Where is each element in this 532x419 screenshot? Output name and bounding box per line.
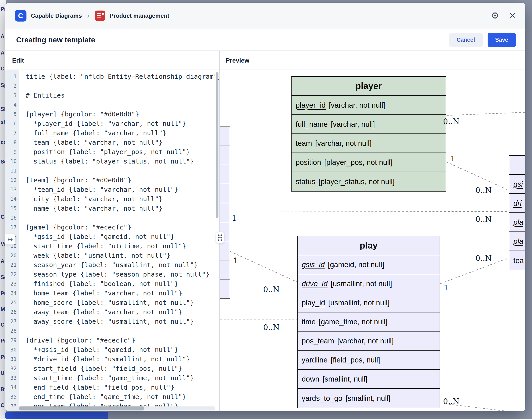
- sidebar-label-fragment: Vi: [1, 241, 5, 247]
- code-line[interactable]: 16: [5, 213, 219, 223]
- code-text: finished {label: "boolean, not null"}: [19, 279, 178, 288]
- collapse-panel-tab[interactable]: ↦: [5, 234, 15, 245]
- settings-gear-icon[interactable]: ⚙: [491, 11, 499, 20]
- code-line[interactable]: 8 team {label: "varchar, not null"}: [5, 138, 219, 147]
- entity-title: [509, 156, 525, 175]
- column-name: full_name: [296, 120, 328, 129]
- code-text: *player_id {label: "varchar, not null"}: [19, 119, 186, 128]
- code-line[interactable]: 23 finished {label: "boolean, not null"}: [5, 279, 219, 288]
- code-line[interactable]: 21 season_year {label: "usmallint, not n…: [5, 260, 219, 270]
- code-line[interactable]: 33 start_time {label: "game_time, not nu…: [5, 373, 219, 383]
- entity-row: position [player_pos, not null]: [292, 153, 446, 172]
- entity-row: drive_id [usmallint, not null]: [298, 274, 440, 293]
- entity-row: pla: [509, 232, 525, 251]
- line-number: 21: [5, 260, 19, 270]
- sidebar-label-fragment: Ar: [1, 258, 6, 264]
- cancel-button[interactable]: Cancel: [449, 33, 483, 47]
- code-line[interactable]: 26 away_team {label: "varchar, not null"…: [5, 307, 219, 317]
- edit-pane-title: Edit: [5, 57, 24, 64]
- code-editor[interactable]: 1 title {label: "nfldb Entity-Relationsh…: [5, 70, 219, 411]
- sidebar-label-fragment: Pr: [1, 6, 6, 12]
- line-number: 5: [5, 109, 19, 119]
- code-line[interactable]: 34 end_field {label: "field_pos, null"}: [5, 383, 219, 392]
- code-line[interactable]: 9 position {label: "player_pos, not null…: [5, 147, 219, 157]
- code-text: [player] {bgcolor: "#d0e0d0"}: [19, 109, 139, 119]
- line-number: 2: [5, 81, 19, 91]
- template-editor-modal: C Capable Diagrams › Product management …: [5, 3, 525, 411]
- code-line[interactable]: 25 home_score {label: "usmallint, not nu…: [5, 298, 219, 307]
- column-name: gsis_id: [302, 261, 325, 269]
- code-line[interactable]: 27 away_score {label: "usmallint, not nu…: [5, 317, 219, 326]
- code-line[interactable]: 35 end_time {label: "game_time, not null…: [5, 392, 219, 402]
- column-type: [game_time, not null]: [319, 318, 387, 326]
- editor-horizontal-scrollbar[interactable]: [19, 406, 144, 410]
- code-text: home_team {label: "varchar, not null"}: [19, 288, 182, 298]
- sidebar-label-fragment: Se: [1, 274, 6, 280]
- code-line[interactable]: 1 title {label: "nfldb Entity-Relationsh…: [5, 72, 219, 81]
- code-line[interactable]: 13 *team_id {label: "varchar, not null"}: [5, 185, 219, 194]
- project-icon: [95, 11, 105, 21]
- entity-row: status [player_status, not null]: [292, 172, 446, 191]
- code-line[interactable]: 20 week {label: "usmallint, not null"}: [5, 251, 219, 260]
- entity-row: gsi: [509, 175, 525, 194]
- entity-row: team [varchar, not null]: [292, 134, 446, 153]
- code-text: status {label: "player_status, not null"…: [19, 157, 194, 166]
- cardinality-label: 0..N: [263, 285, 280, 294]
- cardinality-label: 1: [232, 213, 237, 223]
- code-line[interactable]: 28: [5, 326, 219, 336]
- column-name: play_id: [302, 299, 325, 307]
- sidebar-label-fragment: G: [1, 214, 5, 220]
- code-line[interactable]: 10 status {label: "player_status, not nu…: [5, 157, 219, 166]
- column-name: dri: [513, 199, 522, 208]
- code-line[interactable]: 3 # Entities: [5, 91, 219, 100]
- code-text: *team_id {label: "varchar, not null"}: [19, 185, 178, 194]
- code-line[interactable]: 2: [5, 81, 219, 91]
- code-line[interactable]: 14 city {label: "varchar, not null"}: [5, 194, 219, 204]
- sidebar-label-fragment: By: [1, 386, 6, 393]
- code-text: end_time {label: "game_time, not null"}: [19, 392, 186, 402]
- code-line[interactable]: 11: [5, 166, 219, 175]
- column-name: team: [296, 139, 312, 148]
- pane-resize-handle[interactable]: [216, 232, 224, 243]
- code-line[interactable]: 19 start_time {label: "utctime, not null…: [5, 241, 219, 251]
- entity-row: pos_team [varchar, not null]: [298, 331, 440, 351]
- sidebar-label-fragment: Se: [1, 159, 6, 165]
- line-number: 3: [5, 91, 19, 100]
- code-text: start_time {label: "utctime, not null"}: [19, 241, 186, 251]
- code-line[interactable]: 5 [player] {bgcolor: "#d0e0d0"}: [5, 109, 219, 119]
- column-type: [usmallint, not null]: [328, 299, 389, 307]
- line-number: 33: [5, 373, 19, 383]
- line-number: 22: [5, 270, 19, 279]
- code-line[interactable]: 18 *gsis_id {label: "gameid, not null"}: [5, 232, 219, 241]
- code-line[interactable]: 4: [5, 100, 219, 109]
- breadcrumb-project[interactable]: Product management: [110, 12, 169, 19]
- code-line[interactable]: 15 name {label: "varchar, not null"}: [5, 204, 219, 213]
- line-number: 23: [5, 279, 19, 288]
- code-line[interactable]: 24 home_team {label: "varchar, not null"…: [5, 288, 219, 298]
- column-name: status: [296, 177, 315, 186]
- code-line[interactable]: 6 *player_id {label: "varchar, not null"…: [5, 119, 219, 128]
- expand-panel-icon: ↦: [8, 236, 13, 243]
- drag-handle-icon: [218, 234, 222, 241]
- code-line[interactable]: 29 [drive] {bgcolor: "#ececfc"}: [5, 336, 219, 345]
- column-type: [smallint, null]: [346, 394, 390, 403]
- save-button[interactable]: Save: [488, 33, 516, 47]
- code-line[interactable]: 12 [team] {bgcolor: "#d0e0d0"}: [5, 175, 219, 185]
- sidebar-label-fragment: Pr: [1, 290, 6, 297]
- editor-vertical-scrollbar[interactable]: [216, 72, 219, 218]
- column-type: [gameid, not null]: [328, 261, 384, 269]
- code-line[interactable]: 30 *+gsis_id {label: "gameid, not null"}: [5, 345, 219, 354]
- code-line[interactable]: 31 *drive_id {label: "usmallint, not nul…: [5, 354, 219, 364]
- breadcrumb-app[interactable]: Capable Diagrams: [31, 12, 82, 19]
- code-line[interactable]: 22 season_type {label: "season_phase, no…: [5, 270, 219, 279]
- code-line[interactable]: 32 start_field {label: "field_pos, null"…: [5, 364, 219, 373]
- line-number: 4: [5, 100, 19, 109]
- preview-pane: Preview player: [220, 51, 525, 411]
- code-line[interactable]: 17 [game] {bgcolor: "#ececfc"}: [5, 223, 219, 232]
- close-icon[interactable]: ✕: [509, 12, 516, 20]
- column-type: [field_pos, null]: [331, 356, 380, 364]
- sidebar-label-fragment: cc: [1, 139, 6, 145]
- code-line[interactable]: 7 full_name {label: "varchar, null"}: [5, 128, 219, 138]
- sidebar-label-fragment: C: [1, 402, 4, 408]
- edit-pane-header: Edit: [5, 51, 219, 70]
